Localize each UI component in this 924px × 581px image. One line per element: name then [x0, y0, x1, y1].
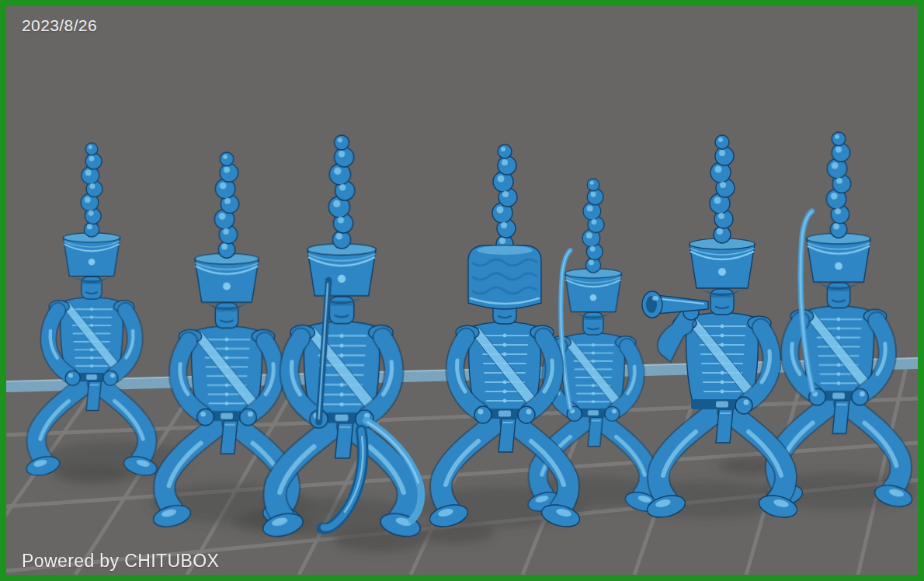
- miniature-figure-1[interactable]: [25, 143, 159, 478]
- render-viewport[interactable]: [6, 6, 918, 575]
- chitubox-snapshot-window: 2023/8/26 Powered by CHITUBOX: [0, 0, 924, 581]
- fur-colback: [468, 245, 541, 309]
- snapshot-date: 2023/8/26: [22, 16, 97, 35]
- miniature-figure-3[interactable]: [261, 135, 423, 540]
- chitubox-watermark: Powered by CHITUBOX: [22, 551, 219, 572]
